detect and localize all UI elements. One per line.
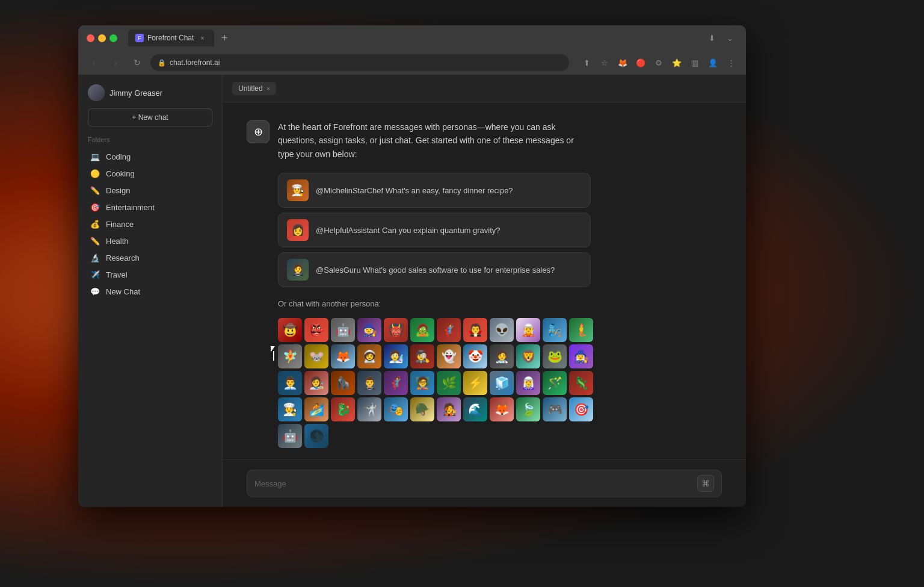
persona-avatar-1[interactable]: 🤠 — [278, 318, 302, 342]
research-icon: 🔬 — [90, 253, 100, 262]
persona-avatar-15[interactable]: 🦊 — [331, 344, 355, 368]
persona-avatar-23[interactable]: 🐸 — [543, 344, 567, 368]
new-chat-button[interactable]: + New chat — [88, 108, 212, 126]
persona-avatar-25[interactable]: 👨‍💼 — [278, 371, 302, 395]
extension-icon-4[interactable]: ⭐ — [669, 55, 685, 70]
browser-window: F Forefront Chat × + ⬇ ⌄ ‹ › ↻ 🔒 — [78, 25, 746, 507]
persona-avatar-28[interactable]: 🤵‍♂️ — [357, 371, 381, 395]
persona-avatar-2[interactable]: 👺 — [304, 318, 328, 342]
persona-avatar-3[interactable]: 🤖 — [331, 318, 355, 342]
sidebar-item-design[interactable]: ✏️ Design — [81, 182, 220, 199]
persona-avatar-31[interactable]: 🌿 — [437, 371, 461, 395]
persona-avatar-16[interactable]: 🧑‍🚀 — [357, 344, 381, 368]
persona-avatar-38[interactable]: 🏄 — [304, 397, 328, 421]
share-icon[interactable]: ⬆ — [579, 55, 594, 70]
persona-avatar-7[interactable]: 🦸 — [437, 318, 461, 342]
persona-avatar-5[interactable]: 👹 — [384, 318, 408, 342]
forward-button[interactable]: › — [107, 54, 124, 71]
refresh-button[interactable]: ↻ — [129, 54, 146, 71]
persona-avatar-14[interactable]: 🐭 — [304, 344, 328, 368]
sidebar-item-new-chat[interactable]: 💬 New Chat — [81, 283, 220, 300]
sidebar-item-design-label: Design — [106, 186, 130, 195]
persona-avatar-10[interactable]: 🧝 — [516, 318, 540, 342]
close-window-button[interactable] — [87, 34, 94, 42]
coding-icon: 💻 — [90, 152, 100, 161]
persona-avatar-6[interactable]: 🧟 — [410, 318, 434, 342]
persona-avatar-24[interactable]: 🧙‍♀️ — [569, 344, 593, 368]
sidebar-item-cooking[interactable]: 🟡 Cooking — [81, 165, 220, 182]
extension-icon-2[interactable]: 🔴 — [633, 55, 648, 70]
chat-tab-close-button[interactable]: × — [266, 85, 270, 92]
suggestion-avatar-chef: 👨‍🍳 — [287, 179, 309, 201]
back-button[interactable]: ‹ — [85, 54, 102, 71]
suggestion-card-helpful[interactable]: 👩 @HelpfulAssistant Can you explain quan… — [278, 213, 591, 247]
persona-avatar-50[interactable]: 🌑 — [304, 424, 328, 448]
persona-avatar-26[interactable]: 👩‍🎨 — [304, 371, 328, 395]
persona-avatar-37[interactable]: 🧑‍🍳 — [278, 397, 302, 421]
persona-avatar-12[interactable]: 🧜 — [569, 318, 593, 342]
chat-tab-active[interactable]: Untitled × — [232, 82, 276, 95]
persona-avatar-49[interactable]: 🤖 — [278, 424, 302, 448]
persona-avatar-29[interactable]: 🦸‍♀️ — [384, 371, 408, 395]
persona-avatar-47[interactable]: 🎮 — [543, 397, 567, 421]
browser-chevron-icon[interactable]: ⌄ — [722, 30, 738, 46]
persona-avatar-19[interactable]: 👻 — [437, 344, 461, 368]
chat-input-wrapper: ⌘ — [247, 470, 722, 497]
extension-icon-3[interactable]: ⚙ — [651, 55, 667, 70]
persona-avatar-30[interactable]: 🧑‍🏫 — [410, 371, 434, 395]
bookmark-icon[interactable]: ☆ — [597, 55, 612, 70]
sidebar-item-cooking-label: Cooking — [106, 169, 135, 178]
profile-icon[interactable]: 👤 — [705, 55, 721, 70]
sidebar-item-finance[interactable]: 💰 Finance — [81, 216, 220, 232]
persona-avatar-46[interactable]: 🍃 — [516, 397, 540, 421]
sidebar-item-coding[interactable]: 💻 Coding — [81, 148, 220, 165]
persona-avatar-21[interactable]: 🧑‍⚕️ — [490, 344, 514, 368]
suggestion-card-sales[interactable]: 🤵 @SalesGuru What's good sales software … — [278, 252, 591, 287]
browser-chrome: F Forefront Chat × + ⬇ ⌄ ‹ › ↻ 🔒 — [78, 25, 746, 75]
sidebar-item-health[interactable]: ✏️ Health — [81, 232, 220, 249]
sidebar-item-entertainment[interactable]: 🎯 Entertainment — [81, 199, 220, 216]
persona-avatar-41[interactable]: 🎭 — [384, 397, 408, 421]
persona-avatar-39[interactable]: 🐉 — [331, 397, 355, 421]
persona-avatar-44[interactable]: 🌊 — [463, 397, 487, 421]
persona-avatar-35[interactable]: 🪄 — [543, 371, 567, 395]
persona-avatar-42[interactable]: 🪖 — [410, 397, 434, 421]
persona-avatar-4[interactable]: 🧙 — [357, 318, 381, 342]
new-tab-button[interactable]: + — [217, 30, 232, 46]
maximize-window-button[interactable] — [109, 34, 117, 42]
sidebar-item-travel[interactable]: ✈️ Travel — [81, 266, 220, 283]
bot-icon: ⊕ — [247, 120, 270, 143]
persona-avatar-43[interactable]: 🧑‍🎤 — [437, 397, 461, 421]
persona-avatar-13[interactable]: 🧚 — [278, 344, 302, 368]
persona-avatar-8[interactable]: 🧛 — [463, 318, 487, 342]
persona-grid-label: Or chat with another persona: — [278, 299, 722, 308]
persona-avatar-36[interactable]: 🦎 — [569, 371, 593, 395]
chat-messages: ⊕ At the heart of Forefront are messages… — [223, 102, 746, 459]
traffic-lights — [87, 34, 117, 42]
sidebar-toggle-icon[interactable]: ▥ — [687, 55, 703, 70]
suggestion-card-chef[interactable]: 👨‍🍳 @MichelinStarChef What's an easy, fa… — [278, 173, 591, 208]
persona-avatar-11[interactable]: 🧞 — [543, 318, 567, 342]
persona-avatar-48[interactable]: 🎯 — [569, 397, 593, 421]
persona-avatar-17[interactable]: 🧑‍🔬 — [384, 344, 408, 368]
browser-tab-active[interactable]: F Forefront Chat × — [128, 30, 214, 46]
persona-avatar-9[interactable]: 👽 — [490, 318, 514, 342]
persona-avatar-20[interactable]: 🤡 — [463, 344, 487, 368]
persona-avatar-40[interactable]: 🤺 — [357, 397, 381, 421]
minimize-window-button[interactable] — [98, 34, 106, 42]
sidebar-item-research[interactable]: 🔬 Research — [81, 249, 220, 266]
tab-favicon: F — [135, 34, 144, 42]
persona-avatar-32[interactable]: ⚡ — [463, 371, 487, 395]
persona-avatar-27[interactable]: 🦍 — [331, 371, 355, 395]
persona-avatar-18[interactable]: 🕵️ — [410, 344, 434, 368]
send-button[interactable]: ⌘ — [697, 475, 714, 492]
persona-avatar-34[interactable]: 🧝‍♀️ — [516, 371, 540, 395]
tab-close-button[interactable]: × — [197, 33, 207, 43]
chat-input[interactable] — [254, 479, 692, 488]
extension-icon-1[interactable]: 🦊 — [615, 55, 630, 70]
persona-avatar-33[interactable]: 🧊 — [490, 371, 514, 395]
menu-icon[interactable]: ⋮ — [723, 55, 739, 70]
address-bar[interactable]: 🔒 chat.forefront.ai — [150, 54, 569, 71]
persona-avatar-22[interactable]: 🦁 — [516, 344, 540, 368]
persona-avatar-45[interactable]: 🦊 — [490, 397, 514, 421]
